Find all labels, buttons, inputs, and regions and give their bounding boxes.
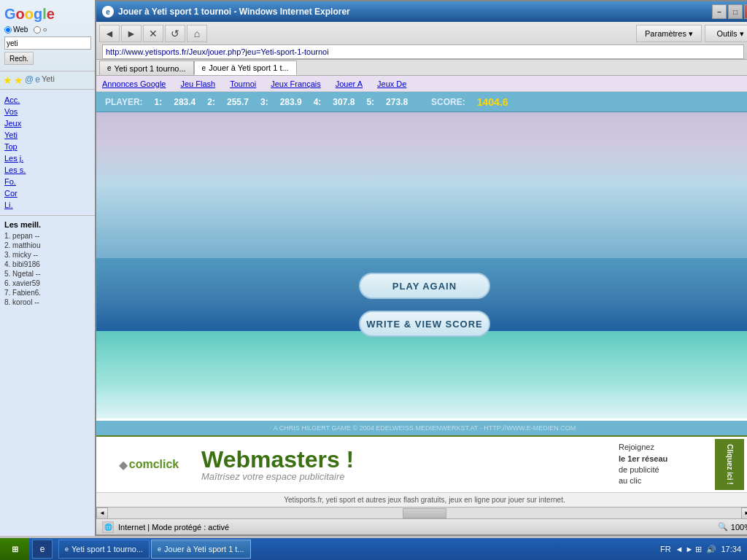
sidebar-link-less[interactable]: Les s.: [4, 166, 91, 174]
ranking-8: 8. korool --: [4, 298, 91, 306]
h-scroll-right-arrow[interactable]: ►: [741, 508, 747, 519]
maximize-button[interactable]: □: [728, 4, 743, 19]
stop-button[interactable]: ✕: [143, 25, 163, 42]
ranking-2: 2. matthiou: [4, 241, 91, 249]
browser-toolbar: ◄ ► ✕ ↺ ⌂ Paramètres ▾ Outils ▾ http://w…: [96, 22, 747, 60]
tab-2-label: Jouer à Yeti sport 1 t...: [209, 63, 288, 72]
forward-button[interactable]: ►: [121, 25, 142, 42]
play-again-button[interactable]: PLAY AGAIN: [359, 273, 490, 299]
ie-tab-icon2: e: [202, 64, 206, 72]
site-nav-annonces[interactable]: Annonces Google: [102, 79, 166, 88]
comclick-text: comclick: [129, 458, 179, 471]
favorites-label[interactable]: Yeti: [42, 74, 55, 86]
outils-button[interactable]: Outils ▾: [705, 25, 747, 42]
rankings-section: Les meill. 1. pepan -- 2. matthiou 3. mi…: [0, 215, 96, 312]
start-button[interactable]: ⊞: [0, 538, 29, 560]
taskbar-item-2[interactable]: e Jouer à Yeti sport 1 t...: [151, 540, 250, 559]
minimize-button[interactable]: –: [712, 4, 727, 19]
close-button[interactable]: ✕: [744, 4, 747, 19]
taskbar-tray: FR ◄ ► ⊞ 🔊 17:34: [654, 545, 747, 554]
score-5-num: 5:: [366, 97, 374, 107]
ranking-6: 6. xavier59: [4, 279, 91, 287]
favorites-star2[interactable]: ★: [14, 74, 23, 86]
site-nav-francais[interactable]: Jeux Français: [271, 79, 320, 88]
sidebar-link-li[interactable]: Li.: [4, 201, 91, 209]
score-3-val: 283.9: [280, 97, 302, 107]
sidebar-link-vos[interactable]: Vos: [4, 107, 91, 116]
ad-banner[interactable]: ◆ comclick Webmasters ! Maîtrisez votre …: [96, 435, 747, 492]
ad-logo: ◆ comclick: [105, 446, 193, 483]
window-controls: – □ ✕: [712, 4, 747, 19]
ad-side-line2: le 1er réseau: [619, 454, 706, 464]
footer-text: Yetisports.fr, yeti sport et autres jeux…: [284, 496, 565, 504]
refresh-button[interactable]: ↺: [165, 25, 185, 42]
google-logo-e: e: [47, 6, 55, 23]
nav-buttons: ◄ ► ✕ ↺ ⌂ Paramètres ▾ Outils ▾: [99, 23, 747, 44]
search-button[interactable]: Rech.: [4, 52, 34, 65]
taskbar-ie-logo1: e: [65, 545, 69, 553]
google-sidebar: G o o g l e Web ○ Rech. ★: [0, 0, 96, 536]
site-nav: Annonces Google Jeu Flash Tournoi Jeux F…: [96, 76, 747, 92]
site-nav-jouera[interactable]: Jouer A: [336, 79, 363, 88]
h-scroll-left-arrow[interactable]: ◄: [96, 508, 108, 519]
score-2-num: 2:: [207, 97, 215, 107]
page-footer: Yetisports.fr, yeti sport et autres jeux…: [96, 492, 747, 507]
google-logo-g: G: [4, 6, 16, 23]
ad-cta-button[interactable]: Cliquez ici !: [715, 439, 744, 490]
sidebar-link-fo[interactable]: Fo.: [4, 177, 91, 186]
address-text: http://www.yetisports.fr/Jeux/jouer.php?…: [106, 47, 329, 56]
sidebar-link-cor[interactable]: Cor: [4, 189, 91, 198]
ranking-7: 7. Fabien6.: [4, 289, 91, 297]
window-title: Jouer à Yeti sport 1 tournoi - Windows I…: [118, 7, 350, 17]
webmasters-heading: Webmasters !: [201, 448, 610, 471]
tab-2[interactable]: e Jouer à Yeti sport 1 t...: [194, 61, 297, 75]
tab-1[interactable]: e Yeti sport 1 tourno...: [99, 61, 194, 75]
address-bar-row: http://www.yetisports.fr/Jeux/jouer.php?…: [99, 44, 747, 60]
status-bar: 🌐 Internet | Mode protégé : activé 🔍 100…: [96, 518, 747, 534]
sidebar-link-top[interactable]: Top: [4, 142, 91, 151]
h-scroll-thumb[interactable]: [403, 508, 446, 518]
lang-indicator: FR: [660, 545, 671, 553]
site-radio[interactable]: ○: [34, 26, 47, 34]
ranking-5: 5. Ngetal --: [4, 270, 91, 278]
score-1-num: 1:: [155, 97, 163, 107]
site-nav-jeuxde[interactable]: Jeux De: [377, 79, 406, 88]
google-logo-g2: g: [34, 6, 42, 23]
taskbar-items: e Yeti sport 1 tourno... e Jouer à Yeti …: [55, 538, 654, 560]
site-nav-flash[interactable]: Jeu Flash: [180, 79, 215, 88]
h-scroll-track[interactable]: [108, 508, 741, 519]
favorites-star[interactable]: ★: [3, 74, 12, 86]
search-input[interactable]: [4, 36, 91, 50]
globe-icon: 🌐: [102, 521, 114, 533]
main-content: Annonces Google Jeu Flash Tournoi Jeux F…: [96, 76, 747, 518]
back-button[interactable]: ◄: [99, 25, 120, 42]
ad-main-text: Webmasters ! Maîtrisez votre espace publ…: [201, 448, 610, 482]
taskbar-item-1[interactable]: e Yeti sport 1 tourno...: [58, 540, 150, 559]
ad-side-text: Rejoignez le 1er réseau de publicité au …: [619, 442, 706, 487]
search-options: Web ○: [4, 26, 91, 34]
parametres-button[interactable]: Paramètres ▾: [636, 25, 702, 42]
ie-icon2[interactable]: e: [35, 74, 40, 86]
ranking-1: 1. pepan --: [4, 232, 91, 240]
sidebar-link-yeti[interactable]: Yeti: [4, 131, 91, 139]
taskbar: ⊞ e e Yeti sport 1 tourno... e Jouer à Y…: [0, 538, 747, 560]
game-sky: [96, 112, 747, 258]
site-nav-tournoi[interactable]: Tournoi: [230, 79, 256, 88]
write-score-button[interactable]: WRITE & VIEW SCORE: [359, 311, 490, 337]
status-text: Internet | Mode protégé : activé: [118, 523, 229, 532]
sidebar-link-acc[interactable]: Acc.: [4, 96, 91, 104]
score-2-val: 255.7: [227, 97, 249, 107]
sidebar-link-lesj[interactable]: Les j.: [4, 154, 91, 163]
home-button[interactable]: ⌂: [187, 25, 207, 42]
address-bar[interactable]: http://www.yetisports.fr/Jeux/jouer.php?…: [102, 44, 744, 59]
sidebar-link-jeux[interactable]: Jeux: [4, 119, 91, 128]
zoom-control[interactable]: 🔍 100% ▾: [718, 522, 747, 532]
ad-side-line1: Rejoignez: [619, 442, 706, 453]
web-radio[interactable]: Web: [4, 26, 28, 34]
ranking-4: 4. bibi9186: [4, 260, 91, 268]
horizontal-scrollbar[interactable]: ◄ ►: [96, 507, 747, 518]
taskbar-ie-icon[interactable]: e: [32, 540, 53, 559]
ie-icon[interactable]: @: [25, 74, 34, 86]
comclick-diamond-icon: ◆: [119, 458, 128, 472]
google-logo-o2: o: [25, 6, 34, 23]
